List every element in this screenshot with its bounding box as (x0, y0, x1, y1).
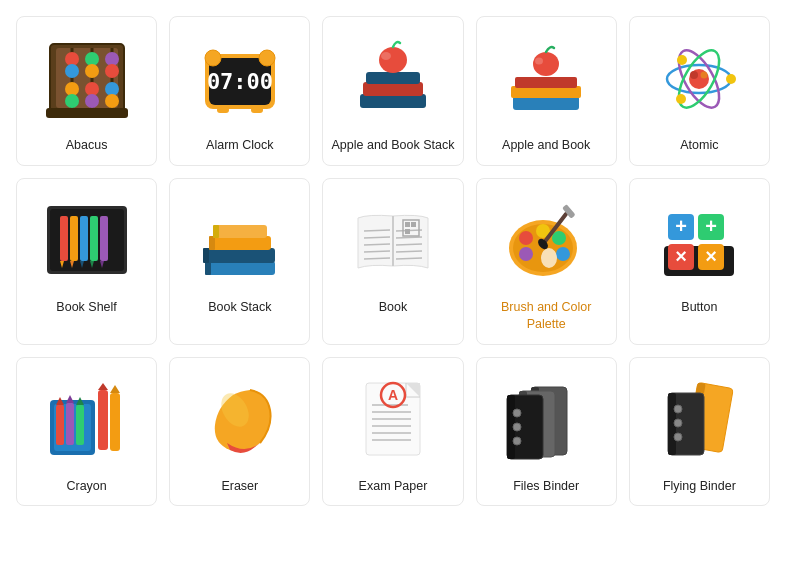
item-button[interactable]: + + × × Button (629, 178, 770, 345)
item-abacus[interactable]: Abacus (16, 16, 157, 166)
svg-point-134 (674, 405, 682, 413)
svg-point-11 (65, 82, 79, 96)
svg-rect-30 (513, 96, 579, 110)
label-button: Button (681, 299, 717, 317)
label-crayon: Crayon (66, 478, 106, 496)
svg-rect-60 (205, 261, 211, 275)
label-eraser: Eraser (221, 478, 258, 496)
svg-point-42 (677, 55, 687, 65)
svg-point-37 (701, 72, 708, 79)
icon-abacus (37, 29, 137, 129)
svg-point-12 (65, 94, 79, 108)
item-brush-color-palette[interactable]: Brush and Color Palette (476, 178, 617, 345)
item-flying-binder[interactable]: Flying Binder (629, 357, 770, 507)
svg-marker-110 (110, 385, 120, 393)
label-abacus: Abacus (66, 137, 108, 155)
svg-text:07:00: 07:00 (207, 69, 273, 94)
svg-rect-78 (405, 229, 410, 234)
label-apple-book: Apple and Book (502, 137, 590, 155)
svg-rect-26 (363, 82, 423, 96)
svg-marker-104 (66, 395, 74, 403)
svg-line-72 (396, 244, 422, 245)
svg-rect-32 (515, 77, 577, 88)
label-files-binder: Files Binder (513, 478, 579, 496)
svg-rect-58 (209, 236, 271, 250)
label-book-stack: Book Stack (208, 299, 271, 317)
svg-line-67 (364, 244, 390, 245)
label-brush-color-palette: Brush and Color Palette (485, 299, 608, 334)
svg-rect-101 (56, 405, 64, 445)
svg-rect-63 (213, 225, 219, 238)
svg-point-129 (513, 437, 521, 445)
icon-brush-color-palette (496, 191, 596, 291)
svg-point-33 (533, 52, 559, 76)
icon-atomic (649, 29, 749, 129)
svg-point-16 (105, 94, 119, 108)
svg-text:+: + (676, 215, 688, 237)
svg-point-81 (519, 231, 533, 245)
icon-button: + + × × (649, 191, 749, 291)
icon-flying-binder (649, 370, 749, 470)
svg-point-28 (379, 47, 407, 73)
item-files-binder[interactable]: Files Binder (476, 357, 617, 507)
svg-rect-27 (366, 72, 420, 84)
svg-line-65 (364, 230, 390, 231)
item-alarm-clock[interactable]: 07:00 Alarm Clock (169, 16, 310, 166)
item-eraser[interactable]: Eraser (169, 357, 310, 507)
icon-apple-book-stack (343, 29, 443, 129)
svg-point-86 (541, 248, 557, 268)
item-atomic[interactable]: Atomic (629, 16, 770, 166)
svg-marker-108 (98, 383, 108, 390)
svg-point-7 (85, 52, 99, 66)
svg-point-36 (690, 71, 698, 79)
icon-book-stack (190, 191, 290, 291)
svg-rect-59 (213, 225, 267, 238)
svg-line-66 (364, 237, 390, 238)
svg-rect-77 (411, 222, 416, 227)
svg-text:+: + (706, 215, 718, 237)
item-apple-book-stack[interactable]: Apple and Book Stack (322, 16, 463, 166)
svg-rect-56 (205, 261, 275, 275)
item-book[interactable]: Book (322, 178, 463, 345)
svg-rect-48 (80, 216, 88, 261)
svg-rect-76 (405, 222, 410, 227)
svg-rect-109 (110, 393, 120, 451)
svg-point-15 (105, 82, 119, 96)
svg-rect-49 (90, 216, 98, 261)
svg-point-9 (105, 52, 119, 66)
svg-point-6 (65, 64, 79, 78)
svg-line-74 (396, 258, 422, 259)
svg-rect-105 (76, 405, 84, 445)
svg-rect-46 (60, 216, 68, 261)
label-book-shelf: Book Shelf (56, 299, 116, 317)
svg-point-13 (85, 82, 99, 96)
label-atomic: Atomic (680, 137, 718, 155)
item-apple-book[interactable]: Apple and Book (476, 16, 617, 166)
svg-rect-61 (203, 248, 209, 263)
icon-crayon (37, 370, 137, 470)
item-crayon[interactable]: Crayon (16, 357, 157, 507)
svg-rect-25 (360, 94, 426, 108)
svg-rect-107 (98, 390, 108, 450)
svg-rect-103 (66, 403, 74, 445)
item-book-stack[interactable]: Book Stack (169, 178, 310, 345)
svg-point-84 (556, 247, 570, 261)
svg-point-41 (726, 74, 736, 84)
label-book: Book (379, 299, 408, 317)
item-exam-paper[interactable]: A Exam Paper (322, 357, 463, 507)
svg-point-127 (513, 409, 521, 417)
svg-point-85 (519, 247, 533, 261)
svg-point-5 (65, 52, 79, 66)
svg-point-83 (552, 231, 566, 245)
svg-rect-50 (100, 216, 108, 261)
icon-eraser (190, 370, 290, 470)
icon-alarm-clock: 07:00 (190, 29, 290, 129)
svg-text:×: × (676, 245, 688, 267)
svg-rect-47 (70, 216, 78, 261)
item-book-shelf[interactable]: Book Shelf (16, 178, 157, 345)
svg-point-14 (85, 94, 99, 108)
svg-point-135 (674, 419, 682, 427)
svg-rect-17 (46, 108, 128, 118)
icon-files-binder (496, 370, 596, 470)
svg-point-22 (259, 50, 275, 66)
